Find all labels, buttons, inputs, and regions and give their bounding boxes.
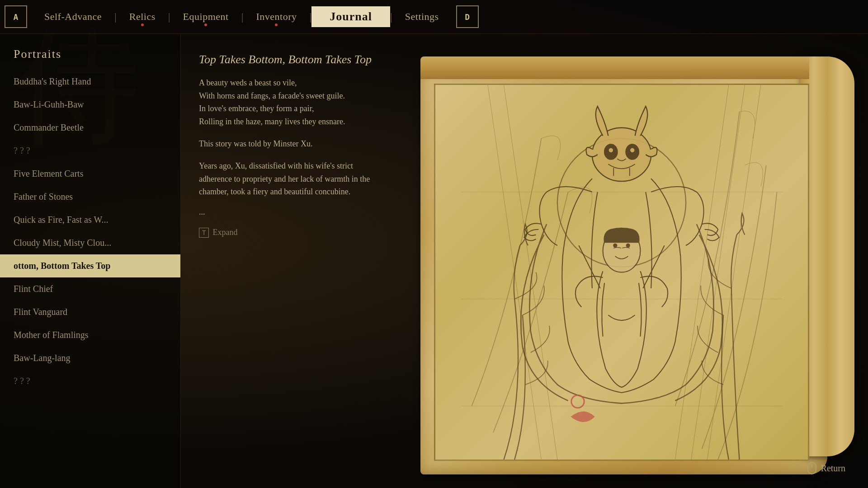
sidebar-item-flint-chief[interactable]: Flint Chief [0,277,180,300]
sidebar-item-unknown-2[interactable]: ? ? ? [0,370,180,393]
svg-point-12 [613,244,617,247]
sidebar-title: Portraits [0,43,180,70]
expand-key: T [199,228,209,238]
svg-line-2 [675,85,728,460]
entry-ellipsis: ... [199,206,380,219]
journal-area: ○ [398,34,868,488]
nav-btn-a[interactable]: A [5,5,27,28]
sidebar-item-unknown-1[interactable]: ? ? ? [0,139,180,162]
nav-item-journal[interactable]: Journal [311,6,390,27]
sidebar-item-mother-of-flamlings[interactable]: Mother of Flamlings [0,324,180,347]
nav-btn-d[interactable]: D [456,5,479,28]
sidebar-item-commander-beetle[interactable]: Commander Beetle [0,116,180,139]
svg-point-13 [627,244,630,247]
sidebar-item-top-takes-bottom[interactable]: ottom, Bottom Takes Top [0,254,180,277]
sidebar: Portraits Buddha's Right Hand Baw-Li-Guh… [0,34,181,488]
poem-line-1: A beauty weds a beast so vile, [199,78,297,87]
poem-line-3: In love's embrace, they form a pair, [199,104,314,113]
return-label: Return [821,463,845,474]
return-button[interactable]: Return [807,462,845,474]
svg-line-3 [691,85,745,460]
entry-body: Years ago, Xu, dissatisfied with his wif… [199,160,380,219]
svg-point-10 [630,148,635,153]
equipment-dot [204,23,207,26]
entry-title: Top Takes Bottom, Bottom Takes Top [199,52,380,67]
sidebar-item-baw-lang-lang[interactable]: Baw-Lang-lang [0,347,180,370]
sidebar-item-cloudy-mist[interactable]: Cloudy Mist, Misty Clou... [0,231,180,254]
svg-line-1 [504,85,557,460]
sidebar-item-flint-vanguard[interactable]: Flint Vanguard [0,300,180,324]
scroll-illustration: ○ [435,85,808,460]
sidebar-item-buddhas-right-hand[interactable]: Buddha's Right Hand [0,70,180,93]
poem-line-2: With horns and fangs, a facade's sweet g… [199,91,345,100]
nav-item-inventory[interactable]: Inventory [243,11,309,23]
mouse-icon [807,462,816,474]
scroll-roll-top [420,56,809,79]
nav-item-equipment[interactable]: Equipment [170,11,241,23]
sidebar-item-baw-li-guhh-baw[interactable]: Baw-Li-Guhh-Baw [0,93,180,116]
entry-poem: A beauty weds a beast so vile, With horn… [199,76,380,128]
nav-item-relics[interactable]: Relics [117,11,168,23]
poem-line-4: Rolling in the haze, many lives they ens… [199,117,345,126]
sidebar-item-father-of-stones[interactable]: Father of Stones [0,185,180,208]
expand-button[interactable]: T Expand [199,228,380,238]
scroll-inner: ○ [434,84,809,461]
expand-label: Expand [212,228,237,237]
inventory-dot [275,23,278,26]
nav-item-settings[interactable]: Settings [392,11,452,23]
entry-attribution: This story was told by Minster Xu. [199,137,380,150]
scroll-container: ○ [420,56,854,474]
svg-point-6 [592,128,651,181]
navigation-bar: A Self-Advance | Relics | Equipment | In… [0,0,868,34]
sidebar-item-five-element-carts[interactable]: Five Element Carts [0,162,180,185]
relics-dot [141,23,144,26]
svg-point-9 [608,148,613,153]
sidebar-item-quick-as-fire[interactable]: Quick as Fire, Fast as W... [0,208,180,231]
content-area: Top Takes Bottom, Bottom Takes Top A bea… [181,34,398,488]
nav-item-self-advance[interactable]: Self-Advance [32,11,114,23]
